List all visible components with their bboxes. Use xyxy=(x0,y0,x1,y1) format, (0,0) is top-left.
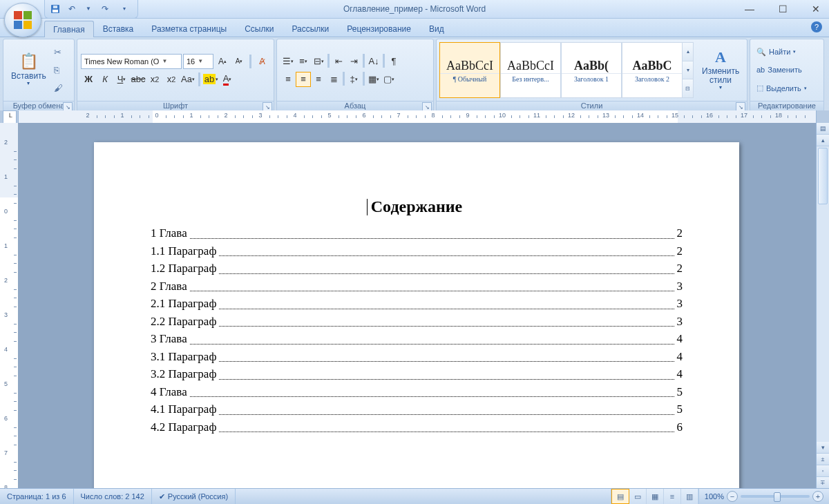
maximize-button[interactable]: ☐ xyxy=(772,2,793,16)
align-center-button[interactable]: ≡ xyxy=(296,72,311,87)
outline-view[interactable]: ≡ xyxy=(664,489,681,504)
undo-dropdown[interactable]: ▼ xyxy=(82,3,95,15)
align-left-button[interactable]: ≡ xyxy=(280,72,296,87)
numbering-button[interactable]: ≡▾ xyxy=(296,54,311,69)
draft-view[interactable]: ▥ xyxy=(681,489,698,504)
font-color-button[interactable]: A▾ xyxy=(220,72,235,87)
shrink-font-button[interactable]: A▾ xyxy=(231,54,247,69)
tab-вставка[interactable]: Вставка xyxy=(94,20,143,37)
underline-button[interactable]: Ч▾ xyxy=(114,72,129,87)
zoom-in-button[interactable]: + xyxy=(812,491,823,502)
change-styles-label: Изменить стили xyxy=(702,67,739,85)
group-font-label: Шрифт xyxy=(163,101,188,110)
style-item[interactable]: AaBbCcI¶ Обычный xyxy=(439,42,500,98)
show-marks-button[interactable]: ¶ xyxy=(386,54,401,69)
grow-font-button[interactable]: A▴ xyxy=(215,54,230,69)
zoom-slider[interactable] xyxy=(741,495,810,498)
group-font: Times New Roman (О▼ 16▼ A▴ A▾ A̷ Ж К Ч▾ … xyxy=(77,39,274,113)
close-button[interactable]: ✕ xyxy=(806,2,826,16)
highlight-button[interactable]: ab▾ xyxy=(203,72,218,87)
minimize-button[interactable]: — xyxy=(739,2,760,16)
style-item[interactable]: AaBbCЗаголовок 2 xyxy=(622,42,683,98)
font-name-combo[interactable]: Times New Roman (О▼ xyxy=(81,54,182,69)
italic-button[interactable]: К xyxy=(97,72,113,87)
ruler-toggle[interactable]: ▤ xyxy=(817,123,829,135)
vertical-scrollbar[interactable]: ▤ ▴ ▾ ± ◦ ∓ xyxy=(816,123,829,489)
save-button[interactable] xyxy=(49,3,61,15)
next-page[interactable]: ∓ xyxy=(817,477,829,489)
tab-selector[interactable]: └ xyxy=(3,110,17,124)
replace-button[interactable]: abЗаменить xyxy=(756,63,807,77)
paste-icon: 📋 xyxy=(19,53,38,70)
qat-customize[interactable]: ▾ xyxy=(118,3,131,15)
font-size-combo[interactable]: 16▼ xyxy=(183,54,213,69)
style-item[interactable]: AaBbCcIБез интерв... xyxy=(500,42,561,98)
spellcheck-icon: ✔ xyxy=(159,492,165,501)
borders-button[interactable]: ▢▾ xyxy=(381,72,397,87)
copy-button[interactable]: ⎘ xyxy=(52,63,65,77)
office-logo-icon xyxy=(14,11,32,29)
work-area: └ 210123456789101112131415161718 2101234… xyxy=(0,110,829,489)
find-button[interactable]: 🔍Найти ▾ xyxy=(756,45,807,59)
line-spacing-button[interactable]: ‡▾ xyxy=(346,72,361,87)
toc-line: 4.2 Параграф 6 xyxy=(151,418,683,436)
tab-вид[interactable]: Вид xyxy=(420,20,453,37)
quick-access-toolbar: ↶ ▼ ↷ ▾ xyxy=(44,0,138,19)
clear-format-button[interactable]: A̷ xyxy=(254,54,269,69)
status-language[interactable]: ✔Русский (Россия) xyxy=(152,489,236,504)
tab-ссылки[interactable]: Ссылки xyxy=(236,20,283,37)
scroll-up[interactable]: ▴ xyxy=(817,135,829,146)
justify-button[interactable]: ≣ xyxy=(326,72,341,87)
align-right-button[interactable]: ≡ xyxy=(311,72,326,87)
format-painter-button[interactable]: 🖌 xyxy=(52,81,65,95)
tab-рассылки[interactable]: Рассылки xyxy=(283,20,338,37)
tab-главная[interactable]: Главная xyxy=(44,21,94,37)
multilevel-button[interactable]: ⊟▾ xyxy=(311,54,326,69)
style-item[interactable]: AaBb(Заголовок 1 xyxy=(561,42,622,98)
status-page[interactable]: Страница: 1 из 6 xyxy=(0,489,74,504)
office-button[interactable] xyxy=(4,3,41,37)
prev-page[interactable]: ± xyxy=(817,454,829,465)
change-case-button[interactable]: Aa▾ xyxy=(180,72,196,87)
change-styles-button[interactable]: A Изменить стили ▾ xyxy=(698,42,743,98)
status-words[interactable]: Число слов: 2 142 xyxy=(74,489,152,504)
title-bar: ↶ ▼ ↷ ▾ Оглавление_пример - Microsoft Wo… xyxy=(0,0,829,19)
zoom-value[interactable]: 100% xyxy=(705,492,724,501)
indent-increase-button[interactable]: ⇥ xyxy=(346,54,361,69)
zoom-control: 100% − + xyxy=(699,491,829,502)
subscript-button[interactable]: x2 xyxy=(147,72,162,87)
browse-object[interactable]: ◦ xyxy=(817,465,829,477)
vertical-ruler[interactable]: 210123456789 xyxy=(0,123,19,489)
styles-scroll[interactable]: ▴▾⊟ xyxy=(683,42,694,98)
indent-decrease-button[interactable]: ⇤ xyxy=(331,54,346,69)
web-view[interactable]: ▦ xyxy=(647,489,664,504)
bullets-button[interactable]: ☰▾ xyxy=(280,54,296,69)
shading-button[interactable]: ▦▾ xyxy=(366,72,381,87)
tab-рецензирование[interactable]: Рецензирование xyxy=(338,20,420,37)
print-layout-view[interactable]: ▤ xyxy=(611,489,629,504)
ribbon-tabs: ГлавнаяВставкаРазметка страницыСсылкиРас… xyxy=(0,19,829,37)
help-button[interactable]: ? xyxy=(811,21,822,32)
scroll-thumb[interactable] xyxy=(818,148,828,204)
tab-разметка страницы[interactable]: Разметка страницы xyxy=(142,20,236,37)
select-button[interactable]: ⬚Выделить ▾ xyxy=(756,81,807,95)
scroll-down[interactable]: ▾ xyxy=(817,442,829,454)
group-paragraph: ☰▾ ≡▾ ⊟▾ ⇤ ⇥ A↓ ¶ ≡ ≡ ≡ ≣ ‡▾ ▦▾ ▢▾ xyxy=(276,39,434,113)
undo-button[interactable]: ↶ xyxy=(66,3,78,15)
document-viewport[interactable]: Содержание 1 Глава 21.1 Параграф 21.2 Па… xyxy=(18,123,817,489)
bold-button[interactable]: Ж xyxy=(81,72,96,87)
cut-button[interactable]: ✂ xyxy=(52,45,65,59)
fullscreen-view[interactable]: ▭ xyxy=(629,489,647,504)
group-styles-label: Стили xyxy=(581,101,603,110)
page: Содержание 1 Глава 21.1 Параграф 21.2 Па… xyxy=(94,142,739,489)
strike-button[interactable]: abc xyxy=(131,72,146,87)
paste-label: Вставить xyxy=(11,72,46,81)
zoom-out-button[interactable]: − xyxy=(727,491,738,502)
superscript-button[interactable]: x2 xyxy=(164,72,179,87)
redo-button[interactable]: ↷ xyxy=(99,3,111,15)
sort-button[interactable]: A↓ xyxy=(366,54,381,69)
group-clipboard-label: Буфер обмена xyxy=(13,101,65,110)
ribbon: 📋 Вставить ▾ ✂ ⎘ 🖌 Буфер обмена↘ Times N… xyxy=(0,37,829,114)
horizontal-ruler[interactable]: 210123456789101112131415161718 xyxy=(18,110,817,124)
paste-button[interactable]: 📋 Вставить ▾ xyxy=(7,41,50,99)
